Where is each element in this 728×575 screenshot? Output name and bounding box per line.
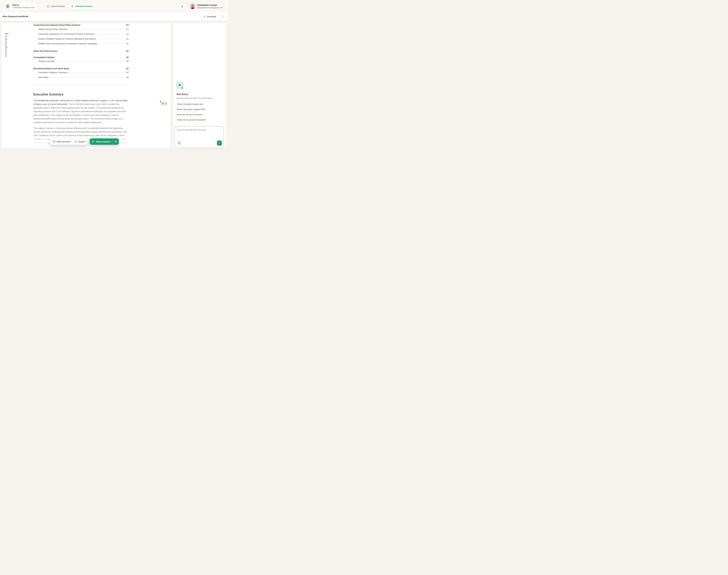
paragraph-line-clipped: Rate of Return. The current financial pr… (33, 148, 129, 149)
chat-panel-title: Ask Darcy (177, 93, 188, 96)
top-navigation-bar: Darcy Stakeholder Relation Portal Deal O… (0, 0, 228, 12)
atom-icon (5, 3, 11, 9)
toc-page: 25 (126, 50, 129, 53)
tab-label: Interactive Report (75, 5, 93, 7)
toc-row[interactable]: Extreme Weather Impact on Property Opera… (33, 38, 129, 40)
toc-page: 24 (126, 33, 129, 35)
minimap-bar[interactable] (5, 41, 7, 41)
suggestion-chip[interactable]: What's the expected hold period? (175, 118, 208, 122)
chat-panel-subtitle: Not sure where to start? Try one of thes… (177, 97, 213, 99)
attach-file-button[interactable] (177, 140, 182, 145)
dashed-separator (33, 85, 129, 85)
toc-label: Investment Diligence Summary (38, 71, 68, 74)
comment-count-badge[interactable]: 3 (160, 101, 168, 106)
download-icon (203, 15, 205, 18)
toc-label: Wildfire Risk Assessment and Investment … (38, 42, 98, 45)
suggestion-chip[interactable]: What are the key risk factors? (175, 112, 205, 117)
minimap-bar[interactable] (5, 55, 7, 55)
minimap-bar[interactable] (5, 50, 7, 50)
thumbs-down-button[interactable] (113, 138, 119, 145)
chat-input[interactable] (175, 127, 223, 139)
minimap-bar[interactable] (5, 45, 7, 46)
toc-row[interactable]: Wildfire Risk Assessment and Investment … (33, 42, 129, 45)
toc-page: 33 (126, 76, 129, 78)
add-comment-label: Add Comment (57, 140, 71, 143)
toc-label: Extreme Weather Impact on Property Opera… (38, 38, 96, 40)
app-subtitle: Stakeholder Relation Portal (12, 6, 34, 9)
minimap-bar[interactable] (5, 56, 7, 57)
executive-summary-paragraph-1: This Multifamily acquisition, structured… (33, 99, 129, 124)
search-icon (74, 140, 77, 143)
toc-page: 24 (126, 28, 129, 31)
line-fragment-left: Exit Multiple sugg (33, 141, 50, 144)
notifications-button[interactable] (179, 3, 185, 9)
toc-row[interactable]: Comprehensive Natural Hazard Risk Analys… (33, 24, 129, 26)
minimap-bar[interactable] (5, 38, 7, 38)
toc-label: Geospatial Analytics (33, 56, 55, 59)
toc-page: 32 (126, 67, 129, 70)
chat-launcher-button[interactable] (177, 82, 183, 88)
minimap-bar[interactable] (5, 35, 7, 35)
clipped-previous-row (33, 23, 75, 24)
minimap-bar[interactable] (5, 33, 9, 34)
toc-row[interactable]: Flood Risk Implications for Commercial P… (33, 33, 129, 35)
search-button[interactable]: Search (72, 138, 87, 145)
toc-row[interactable]: Investment Diligence Summary32 (33, 71, 129, 74)
minimap-bar[interactable] (5, 47, 7, 47)
paragraph-line: multiple, combined with the negative NOI… (33, 144, 129, 148)
bell-icon (181, 5, 184, 8)
toc-page: 25 (126, 42, 129, 45)
thumbs-down-icon (114, 140, 117, 143)
send-message-button[interactable] (217, 140, 222, 145)
suggestion-chip[interactable]: What's the debt-to-equity ratio (175, 102, 205, 106)
toc-label: Property Location. (38, 60, 56, 63)
send-arrow-icon (218, 142, 221, 144)
toc-row[interactable]: Geospatial Analytics28 (33, 56, 129, 59)
suggestion-chips: What's the debt-to-equity ratio What's d… (175, 102, 208, 122)
toc-page: 28 (126, 60, 129, 63)
add-comment-button[interactable]: Add Comment (51, 138, 72, 145)
floating-toolbar: Add Comment Search (50, 138, 119, 145)
avatar[interactable] (190, 3, 195, 9)
workbook-title: Blue Diamond-workbook (3, 15, 28, 18)
tab-deal-overview[interactable]: Deal Overview (47, 5, 65, 8)
minimap-bar[interactable] (5, 44, 7, 44)
toc-row[interactable]: Natural Hazard Risks Overview24 (33, 28, 129, 31)
paragraph-line: The analysis reveals a critical operatio… (33, 126, 129, 130)
toc-label: Next Steps (38, 76, 49, 78)
cursor-icon (181, 86, 184, 90)
minimap-bar[interactable] (5, 42, 7, 43)
document-card: Comprehensive Natural Hazard Risk Analys… (1, 23, 171, 149)
minimap-bar[interactable] (5, 48, 7, 49)
add-comment-icon (53, 140, 56, 143)
comment-count: 3 (165, 102, 166, 105)
kebab-menu-icon (222, 15, 224, 18)
app-name: Darcy (12, 4, 34, 6)
ask-darcy-panel: Ask Darcy Not sure where to start? Try o… (173, 23, 227, 149)
minimap-bar[interactable] (5, 53, 7, 54)
main-tabs: Deal Overview Interactive Report (47, 0, 96, 12)
workbook-header-bar: Blue Diamond-workbook Download (0, 12, 228, 21)
toc-row[interactable]: Next Steps33 (33, 76, 129, 78)
user-email: abdulqaharusman@gmail.com (197, 6, 223, 9)
toc-row[interactable]: Other Key Risk Factors25 (33, 50, 129, 53)
minimap-bar[interactable] (5, 52, 7, 52)
divider (187, 4, 188, 8)
minimap-bar[interactable] (5, 39, 7, 40)
toc-row[interactable]: Recommendations and Next Steps32 (33, 67, 129, 70)
app-logo-card[interactable]: Darcy Stakeholder Relation Portal (3, 2, 37, 10)
minimap-bar-active[interactable] (5, 36, 7, 37)
show-interest-button[interactable]: Show Interest (90, 138, 113, 145)
tab-interactive-report[interactable]: Interactive Report (68, 3, 95, 9)
tab-label: Deal Overview (51, 5, 65, 7)
paperclip-icon (178, 142, 181, 144)
section-heading: Executive Summary (33, 93, 129, 96)
document-content: Comprehensive Natural Hazard Risk Analys… (33, 23, 129, 149)
toc-row[interactable]: Property Location.28 (33, 60, 129, 63)
paragraph-body: The $1,000,000 total project cost, which… (33, 103, 126, 124)
more-options-button[interactable] (220, 14, 225, 19)
toc-page: 23 (126, 24, 129, 26)
download-button[interactable]: Download (201, 14, 219, 19)
toc-page: 24 (126, 38, 129, 40)
suggestion-chip[interactable]: What's driving the negative IRR? (175, 107, 208, 111)
